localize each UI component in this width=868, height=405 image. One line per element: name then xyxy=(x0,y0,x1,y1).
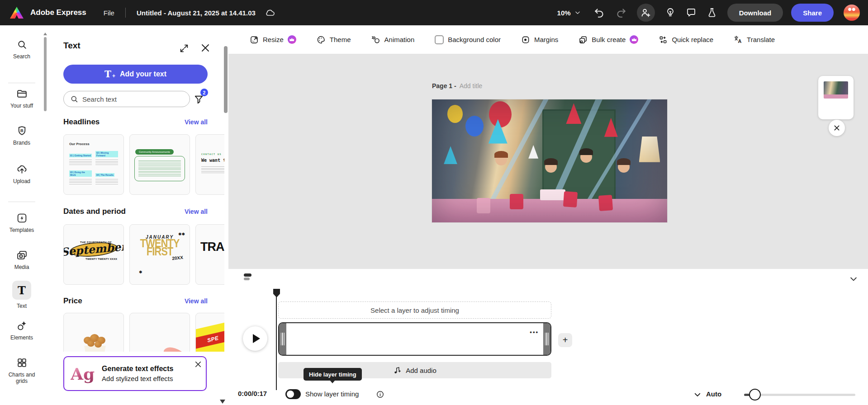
info-icon[interactable] xyxy=(376,390,384,399)
expand-panel-icon[interactable] xyxy=(179,43,189,53)
page-title-placeholder[interactable]: Add title xyxy=(460,82,483,89)
avatar[interactable] xyxy=(844,5,860,21)
comment-icon[interactable] xyxy=(686,7,697,18)
background-color-swatch-icon xyxy=(435,35,444,44)
quick-replace-icon xyxy=(659,35,668,44)
trim-handle-left[interactable] xyxy=(279,323,286,355)
headline-template-our-process[interactable]: Our Process 01 | Getting Started 02 | Mo… xyxy=(63,134,124,195)
add-layer-button[interactable]: + xyxy=(558,333,572,347)
price-template-chicken[interactable] xyxy=(63,313,124,352)
text-panel: Text T+ Add your text 2 Headlines View a… xyxy=(43,25,228,405)
play-icon xyxy=(253,334,260,343)
chevron-down-icon xyxy=(574,9,581,16)
text-plus-icon: T xyxy=(104,69,111,80)
sidebar-item-templates[interactable]: Templates xyxy=(0,212,43,233)
layers-icon[interactable] xyxy=(244,273,251,280)
toolbar-theme[interactable]: Theme xyxy=(317,35,351,44)
page-thumbnail-card[interactable] xyxy=(818,76,854,119)
canvas-toolbar: Resize Theme Animation Background color … xyxy=(228,25,868,54)
view-all-dates[interactable]: View all xyxy=(185,208,208,215)
headline-template-contact[interactable]: CONTACT US We want to xyxy=(195,134,224,195)
rail-divider xyxy=(8,202,35,202)
templates-icon xyxy=(0,212,43,224)
sidebar-item-search[interactable]: Search xyxy=(0,39,43,60)
adobe-express-logo-icon[interactable] xyxy=(10,7,24,19)
scroll-down-arrow[interactable] xyxy=(220,400,225,405)
invite-people-button[interactable] xyxy=(637,4,655,22)
panel-scrollbar[interactable] xyxy=(224,46,228,113)
search-icon xyxy=(0,39,43,50)
timing-hint-box: Select a layer to adjust timing xyxy=(278,301,551,319)
layer-track[interactable]: ••• xyxy=(278,322,551,356)
search-text-input[interactable] xyxy=(82,95,173,103)
close-panel-icon[interactable] xyxy=(200,42,211,53)
collapse-timeline-chevron-icon[interactable] xyxy=(849,274,858,283)
generate-text-effects-promo[interactable]: Ag Generate text effects Add stylized te… xyxy=(63,356,207,391)
left-rail: Search Your stuff B Brands Upload Templa… xyxy=(0,25,43,405)
canvas-area[interactable]: Page 1 - Add title xyxy=(228,54,868,269)
resize-icon xyxy=(250,35,259,44)
brand-shield-icon: B xyxy=(0,125,43,137)
sidebar-item-text[interactable]: T Text xyxy=(0,281,43,309)
toolbar-resize[interactable]: Resize xyxy=(250,35,296,44)
section-title-price: Price xyxy=(63,297,82,306)
toolbar-background-color[interactable]: Background color xyxy=(435,35,501,44)
play-button[interactable] xyxy=(243,326,267,351)
animation-icon xyxy=(371,35,380,44)
toolbar-bulk-create[interactable]: Bulk create xyxy=(579,35,638,44)
playhead-line xyxy=(276,296,277,390)
timeline-zoom-slider-knob[interactable] xyxy=(749,389,761,400)
date-template-september[interactable]: THE FOURTEENTH OF September TWENTY TWENT… xyxy=(63,224,124,285)
price-template-special[interactable]: SPE xyxy=(195,313,224,352)
sidebar-item-upload[interactable]: Upload xyxy=(0,164,43,184)
margins-icon xyxy=(521,35,530,44)
close-page-panel-button[interactable] xyxy=(829,120,845,136)
sidebar-item-media[interactable]: Media xyxy=(0,250,43,270)
zoom-control[interactable]: 10% xyxy=(557,9,581,17)
sidebar-item-brands[interactable]: B Brands xyxy=(0,125,43,146)
search-text-box[interactable] xyxy=(63,91,190,107)
file-menu[interactable]: File xyxy=(104,9,114,17)
folder-icon xyxy=(0,88,43,99)
date-template-tra[interactable]: TRA xyxy=(195,224,224,285)
svg-text:A: A xyxy=(738,38,742,43)
lightbulb-icon[interactable] xyxy=(665,7,676,18)
scroll-up-arrow[interactable] xyxy=(43,31,47,35)
date-template-twenty-first[interactable]: ✱✱ ✱ JANUARY TWENTY FIRST 20XX xyxy=(129,224,190,285)
translate-icon: A xyxy=(734,35,743,44)
toolbar-quick-replace[interactable]: Quick replace xyxy=(659,35,713,44)
document-title[interactable]: Untitled - August 21, 2025 at 14.41.03 xyxy=(137,9,256,17)
text-tool-icon: T xyxy=(12,281,31,300)
track-more-options[interactable]: ••• xyxy=(530,329,539,335)
price-template-pink[interactable] xyxy=(129,313,190,352)
show-layer-timing-toggle[interactable] xyxy=(285,389,301,399)
trim-handle-right[interactable] xyxy=(543,323,550,355)
view-all-price[interactable]: View all xyxy=(185,297,208,305)
download-button[interactable]: Download xyxy=(727,4,783,22)
sidebar-item-your-stuff[interactable]: Your stuff xyxy=(0,88,43,109)
header-separator xyxy=(125,8,126,18)
share-button[interactable]: Share xyxy=(791,4,834,22)
redo-icon[interactable] xyxy=(615,7,627,19)
svg-text:B: B xyxy=(20,128,24,133)
speed-chevron-down-icon[interactable] xyxy=(693,391,702,399)
sidebar-item-charts-and-grids[interactable]: Charts and grids xyxy=(0,357,43,384)
headlines-card-row: Our Process 01 | Getting Started 02 | Mo… xyxy=(63,134,224,195)
undo-icon[interactable] xyxy=(593,7,605,19)
filter-count-badge: 2 xyxy=(200,89,208,96)
headline-template-community[interactable]: Community Announcements xyxy=(129,134,190,195)
view-all-headlines[interactable]: View all xyxy=(185,118,208,126)
bulk-create-icon xyxy=(579,35,588,44)
toolbar-margins[interactable]: Margins xyxy=(521,35,558,44)
panel-left-scrollbar[interactable] xyxy=(44,37,47,111)
toolbar-animation[interactable]: Animation xyxy=(371,35,415,44)
timeline-panel: Select a layer to adjust timing ••• + Ad… xyxy=(228,269,868,405)
sidebar-item-elements[interactable]: Elements xyxy=(0,320,43,341)
close-promo-icon[interactable] xyxy=(194,360,202,368)
playback-time: 0:00/0:17 xyxy=(238,390,267,397)
add-your-text-button[interactable]: T+ Add your text xyxy=(63,65,208,84)
cloud-sync-icon[interactable] xyxy=(265,7,275,18)
beta-flask-icon[interactable] xyxy=(707,7,717,18)
toolbar-translate[interactable]: A Translate xyxy=(734,35,775,44)
birthday-party-video-frame[interactable] xyxy=(432,99,667,222)
